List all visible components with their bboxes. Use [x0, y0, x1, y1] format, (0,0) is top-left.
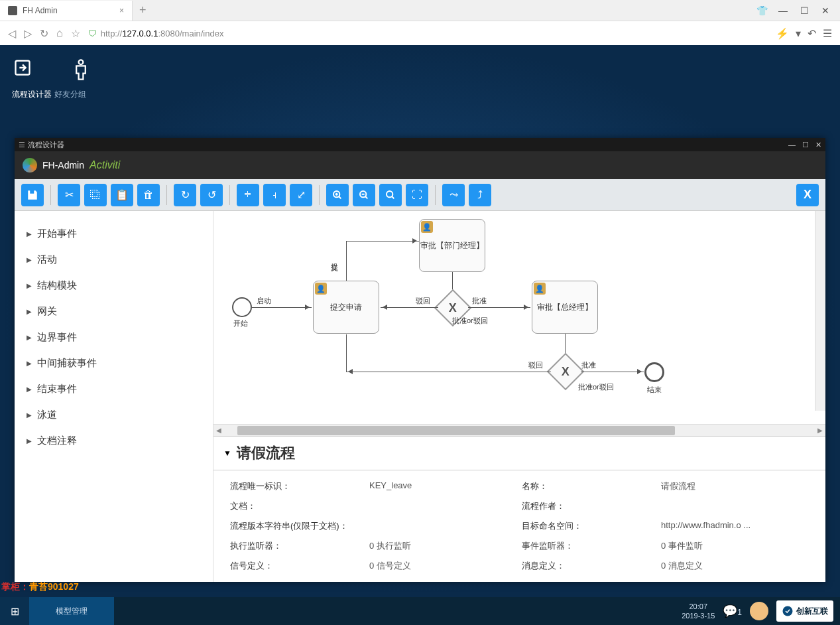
scroll-thumb[interactable]: [237, 426, 675, 435]
palette-activities[interactable]: ▶活动: [27, 247, 201, 273]
palette-end-events[interactable]: ▶结束事件: [27, 376, 201, 402]
scroll-left-icon[interactable]: ◀: [213, 427, 224, 434]
inner-hamburger-icon[interactable]: ☰: [19, 141, 25, 149]
inner-minimize-button[interactable]: —: [788, 141, 796, 149]
browser-tab[interactable]: FH Admin ×: [0, 1, 133, 21]
flash-icon[interactable]: ⚡: [776, 27, 789, 40]
diagram-canvas[interactable]: 开始 启动 👤 提交申请 提交 👤 审批: [213, 211, 825, 424]
tab-favicon-icon: [8, 6, 17, 15]
palette-start-events[interactable]: ▶开始事件: [27, 221, 201, 247]
browser-tab-bar: FH Admin × + 👕 — ☐ ✕: [0, 0, 840, 21]
avatar[interactable]: [750, 602, 768, 620]
prop-msg-value[interactable]: 0 消息定义: [661, 560, 809, 572]
task-dept-manager[interactable]: 👤 审批【部门经理】: [419, 219, 485, 272]
properties-header[interactable]: ▼ 请假流程: [213, 436, 825, 470]
prop-sig-value[interactable]: 0 信号定义: [369, 560, 522, 572]
window-minimize-button[interactable]: —: [776, 4, 790, 17]
edge-approve-2-label: 批准: [581, 360, 596, 370]
palette-swimlanes[interactable]: ▶泳道: [27, 402, 201, 428]
undo-icon[interactable]: ↶: [808, 27, 816, 40]
nav-forward-button[interactable]: ▷: [24, 27, 32, 40]
start-button[interactable]: ⊞: [0, 597, 29, 625]
nav-refresh-button[interactable]: ↻: [40, 27, 48, 40]
company-logo[interactable]: 创新互联: [776, 600, 833, 622]
palette-intermediate-catch[interactable]: ▶中间捕获事件: [27, 350, 201, 376]
zoom-in-button[interactable]: [326, 184, 349, 206]
edge-approve-1[interactable]: [468, 307, 530, 308]
chat-icon[interactable]: 💬1: [723, 604, 742, 618]
distribute-button[interactable]: ⫞: [263, 184, 286, 206]
shirt-icon[interactable]: 👕: [755, 4, 768, 17]
url-input[interactable]: 🛡 http://127.0.0.1:8080/main/index: [88, 29, 768, 38]
add-tab-button[interactable]: +: [133, 3, 153, 17]
prop-exec-value[interactable]: 0 执行监听: [369, 540, 522, 552]
vertical-scrollbar[interactable]: [815, 211, 825, 411]
user-icon: 👤: [315, 283, 327, 295]
align-button[interactable]: ⫩: [237, 184, 259, 206]
chevron-right-icon: ▶: [27, 411, 32, 419]
save-button[interactable]: [21, 184, 44, 206]
taskbar-item-model-mgmt[interactable]: 模型管理: [29, 597, 114, 625]
prop-ver-value[interactable]: [369, 520, 522, 532]
edit-icon[interactable]: [13, 58, 32, 81]
prop-doc-value[interactable]: [369, 500, 522, 512]
bpmn-end-event[interactable]: [644, 362, 664, 382]
cut-button[interactable]: ✂: [58, 184, 80, 206]
inner-maximize-button[interactable]: ☐: [802, 141, 809, 149]
menu-icon[interactable]: ☰: [823, 27, 832, 40]
zoom-fit-button[interactable]: ⛶: [406, 184, 428, 206]
nav-home-button[interactable]: ⌂: [56, 27, 63, 39]
prop-key-value[interactable]: KEY_leave: [369, 480, 522, 492]
zoom-out-button[interactable]: [353, 184, 375, 206]
copy-button[interactable]: ⿻: [84, 184, 107, 206]
edge-approve-1-label: 批准: [472, 296, 487, 306]
prop-author-value[interactable]: [661, 500, 809, 512]
undo-button[interactable]: ↺: [200, 184, 223, 206]
task-submit[interactable]: 👤 提交申请: [313, 281, 379, 334]
size-button[interactable]: ⤢: [290, 184, 312, 206]
window-close-button[interactable]: ✕: [819, 4, 832, 17]
prop-exec-label: 执行监听器：: [230, 540, 369, 552]
prop-ns-label: 目标命名空间：: [522, 520, 661, 532]
zoom-reset-button[interactable]: [379, 184, 402, 206]
prop-doc-label: 文档：: [230, 500, 369, 512]
palette-annotations[interactable]: ▶文档注释: [27, 428, 201, 454]
edge-reject-1[interactable]: [381, 307, 438, 308]
scroll-right-icon[interactable]: ▶: [815, 427, 825, 434]
delete-button[interactable]: 🗑: [137, 184, 160, 206]
window-maximize-button[interactable]: ☐: [798, 4, 811, 17]
edge-segment: [346, 241, 347, 281]
prop-name-value[interactable]: 请假流程: [661, 480, 809, 492]
chevron-right-icon: ▶: [27, 385, 32, 393]
nav-back-button[interactable]: ◁: [8, 27, 16, 40]
connector-2-button[interactable]: ⤴: [469, 184, 491, 206]
redo-button[interactable]: ↻: [174, 184, 196, 206]
edge-reject-2-label: 驳回: [528, 360, 543, 370]
edge-reject-2[interactable]: [346, 372, 551, 372]
edge-approve-2[interactable]: [581, 372, 644, 372]
edge-submit[interactable]: [346, 241, 419, 242]
user-icon: 👤: [534, 283, 546, 295]
svg-point-5: [387, 191, 392, 197]
bpmn-start-event[interactable]: [232, 297, 252, 317]
person-icon[interactable]: [72, 58, 90, 81]
edge-launch[interactable]: [252, 307, 312, 308]
task-general-manager[interactable]: 👤 审批【总经理】: [532, 281, 598, 334]
palette-boundary-events[interactable]: ▶边界事件: [27, 324, 201, 350]
connector-1-button[interactable]: ⤳: [442, 184, 465, 206]
inner-close-button[interactable]: ✕: [815, 141, 821, 149]
nav-favorite-button[interactable]: ☆: [71, 27, 80, 40]
taskbar-clock[interactable]: 20:07 2019-3-15: [682, 602, 715, 621]
palette-structural[interactable]: ▶结构模块: [27, 273, 201, 299]
horizontal-scrollbar[interactable]: ◀ ▶: [213, 424, 825, 436]
paste-button[interactable]: 📋: [111, 184, 133, 206]
dropdown-icon[interactable]: ▾: [796, 27, 801, 40]
app-tab-designer[interactable]: 流程设计器: [12, 89, 52, 100]
prop-ns-value[interactable]: http://www.fhadmin.o ...: [661, 520, 809, 532]
prop-event-value[interactable]: 0 事件监听: [661, 540, 809, 552]
close-x-button[interactable]: X: [796, 184, 819, 206]
app-tab-friends[interactable]: 好友分组: [54, 89, 86, 100]
palette-gateways[interactable]: ▶网关: [27, 299, 201, 324]
tab-close-icon[interactable]: ×: [119, 6, 124, 15]
brand-activiti: Activiti: [90, 159, 120, 171]
